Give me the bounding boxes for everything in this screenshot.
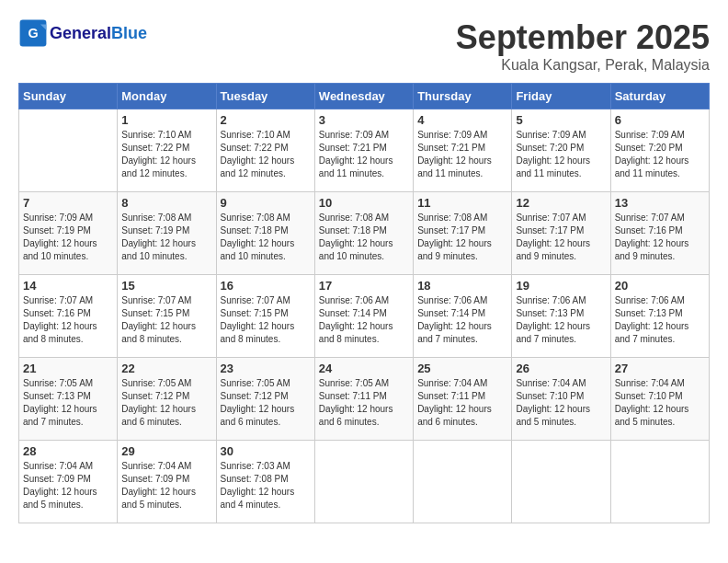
logo-icon: G [18,18,48,48]
week-row-1: 1Sunrise: 7:10 AM Sunset: 7:22 PM Daylig… [19,109,710,192]
calendar-cell: 27Sunrise: 7:04 AM Sunset: 7:10 PM Dayli… [610,358,709,441]
day-info: Sunrise: 7:06 AM Sunset: 7:13 PM Dayligh… [615,294,705,346]
calendar-cell: 19Sunrise: 7:06 AM Sunset: 7:13 PM Dayli… [512,275,610,358]
col-tuesday: Tuesday [216,84,314,109]
month-title: September 2025 [456,18,710,57]
day-number: 13 [615,196,705,210]
svg-text:G: G [28,26,38,40]
col-sunday: Sunday [19,84,118,109]
calendar-cell: 20Sunrise: 7:06 AM Sunset: 7:13 PM Dayli… [610,275,709,358]
col-monday: Monday [118,84,216,109]
col-thursday: Thursday [414,84,512,109]
day-number: 6 [615,113,705,127]
location: Kuala Kangsar, Perak, Malaysia [456,57,710,74]
day-number: 17 [319,279,409,293]
week-row-4: 21Sunrise: 7:05 AM Sunset: 7:13 PM Dayli… [19,358,710,441]
day-info: Sunrise: 7:04 AM Sunset: 7:10 PM Dayligh… [516,377,606,429]
calendar-cell: 26Sunrise: 7:04 AM Sunset: 7:10 PM Dayli… [512,358,610,441]
day-info: Sunrise: 7:07 AM Sunset: 7:16 PM Dayligh… [615,212,705,263]
day-number: 11 [417,196,507,210]
calendar-cell: 11Sunrise: 7:08 AM Sunset: 7:17 PM Dayli… [414,192,512,275]
calendar-cell [512,441,610,523]
calendar-cell: 21Sunrise: 7:05 AM Sunset: 7:13 PM Dayli… [19,358,118,441]
week-row-2: 7Sunrise: 7:09 AM Sunset: 7:19 PM Daylig… [19,192,710,275]
calendar-cell: 9Sunrise: 7:08 AM Sunset: 7:18 PM Daylig… [216,192,314,275]
calendar-cell: 2Sunrise: 7:10 AM Sunset: 7:22 PM Daylig… [216,109,314,192]
day-number: 18 [417,279,507,293]
day-info: Sunrise: 7:09 AM Sunset: 7:21 PM Dayligh… [319,129,409,180]
col-saturday: Saturday [610,84,709,109]
day-number: 27 [615,362,705,375]
header-row: Sunday Monday Tuesday Wednesday Thursday… [19,84,710,109]
calendar-cell: 6Sunrise: 7:09 AM Sunset: 7:20 PM Daylig… [610,109,709,192]
day-info: Sunrise: 7:04 AM Sunset: 7:10 PM Dayligh… [615,377,705,429]
header: G GeneralBlue September 2025 Kuala Kangs… [18,18,710,74]
calendar-cell: 12Sunrise: 7:07 AM Sunset: 7:17 PM Dayli… [512,192,610,275]
calendar-cell: 8Sunrise: 7:08 AM Sunset: 7:19 PM Daylig… [118,192,216,275]
day-info: Sunrise: 7:10 AM Sunset: 7:22 PM Dayligh… [121,129,211,180]
calendar-cell [610,441,709,523]
day-info: Sunrise: 7:06 AM Sunset: 7:14 PM Dayligh… [319,294,409,346]
day-info: Sunrise: 7:08 AM Sunset: 7:17 PM Dayligh… [417,212,507,263]
day-number: 25 [417,362,507,375]
day-info: Sunrise: 7:06 AM Sunset: 7:13 PM Dayligh… [516,294,606,346]
logo-general: General [50,24,111,42]
calendar-cell: 30Sunrise: 7:03 AM Sunset: 7:08 PM Dayli… [216,441,314,523]
calendar-cell: 7Sunrise: 7:09 AM Sunset: 7:19 PM Daylig… [19,192,118,275]
day-number: 3 [319,113,409,127]
calendar-cell: 22Sunrise: 7:05 AM Sunset: 7:12 PM Dayli… [118,358,216,441]
logo-blue: Blue [111,24,147,42]
day-number: 16 [221,279,311,293]
calendar-cell: 15Sunrise: 7:07 AM Sunset: 7:15 PM Dayli… [118,275,216,358]
day-info: Sunrise: 7:08 AM Sunset: 7:18 PM Dayligh… [221,212,311,263]
day-number: 28 [23,444,113,458]
day-number: 12 [516,196,606,210]
day-info: Sunrise: 7:09 AM Sunset: 7:20 PM Dayligh… [615,129,705,180]
week-row-5: 28Sunrise: 7:04 AM Sunset: 7:09 PM Dayli… [19,441,710,523]
day-number: 20 [615,279,705,293]
day-info: Sunrise: 7:05 AM Sunset: 7:12 PM Dayligh… [121,377,211,429]
calendar-cell: 14Sunrise: 7:07 AM Sunset: 7:16 PM Dayli… [19,275,118,358]
calendar-cell: 25Sunrise: 7:04 AM Sunset: 7:11 PM Dayli… [414,358,512,441]
day-number: 1 [121,113,211,127]
calendar-cell: 4Sunrise: 7:09 AM Sunset: 7:21 PM Daylig… [414,109,512,192]
day-number: 30 [221,444,311,458]
calendar-cell: 23Sunrise: 7:05 AM Sunset: 7:12 PM Dayli… [216,358,314,441]
calendar-cell: 17Sunrise: 7:06 AM Sunset: 7:14 PM Dayli… [314,275,413,358]
calendar-cell: 13Sunrise: 7:07 AM Sunset: 7:16 PM Dayli… [610,192,709,275]
day-number: 24 [319,362,409,375]
day-info: Sunrise: 7:08 AM Sunset: 7:19 PM Dayligh… [121,212,211,263]
calendar-cell: 5Sunrise: 7:09 AM Sunset: 7:20 PM Daylig… [512,109,610,192]
logo: G GeneralBlue [18,18,147,48]
day-number: 21 [23,362,113,375]
day-number: 26 [516,362,606,375]
day-info: Sunrise: 7:05 AM Sunset: 7:12 PM Dayligh… [221,377,311,429]
day-number: 14 [23,279,113,293]
day-number: 19 [516,279,606,293]
col-wednesday: Wednesday [314,84,413,109]
week-row-3: 14Sunrise: 7:07 AM Sunset: 7:16 PM Dayli… [19,275,710,358]
calendar-cell [414,441,512,523]
calendar-cell: 18Sunrise: 7:06 AM Sunset: 7:14 PM Dayli… [414,275,512,358]
calendar-cell: 1Sunrise: 7:10 AM Sunset: 7:22 PM Daylig… [118,109,216,192]
calendar-cell: 29Sunrise: 7:04 AM Sunset: 7:09 PM Dayli… [118,441,216,523]
day-number: 22 [121,362,211,375]
calendar-table: Sunday Monday Tuesday Wednesday Thursday… [18,83,710,523]
calendar-cell: 28Sunrise: 7:04 AM Sunset: 7:09 PM Dayli… [19,441,118,523]
day-info: Sunrise: 7:04 AM Sunset: 7:11 PM Dayligh… [417,377,507,429]
day-info: Sunrise: 7:06 AM Sunset: 7:14 PM Dayligh… [417,294,507,346]
day-number: 2 [221,113,311,127]
day-info: Sunrise: 7:07 AM Sunset: 7:17 PM Dayligh… [516,212,606,263]
day-number: 4 [417,113,507,127]
calendar-cell: 3Sunrise: 7:09 AM Sunset: 7:21 PM Daylig… [314,109,413,192]
day-info: Sunrise: 7:04 AM Sunset: 7:09 PM Dayligh… [121,460,211,511]
day-info: Sunrise: 7:08 AM Sunset: 7:18 PM Dayligh… [319,212,409,263]
day-info: Sunrise: 7:09 AM Sunset: 7:19 PM Dayligh… [23,212,113,263]
title-area: September 2025 Kuala Kangsar, Perak, Mal… [456,18,710,74]
day-number: 8 [121,196,211,210]
day-info: Sunrise: 7:04 AM Sunset: 7:09 PM Dayligh… [23,460,113,511]
calendar-cell [19,109,118,192]
day-number: 29 [121,444,211,458]
calendar-cell: 16Sunrise: 7:07 AM Sunset: 7:15 PM Dayli… [216,275,314,358]
day-info: Sunrise: 7:07 AM Sunset: 7:16 PM Dayligh… [23,294,113,346]
